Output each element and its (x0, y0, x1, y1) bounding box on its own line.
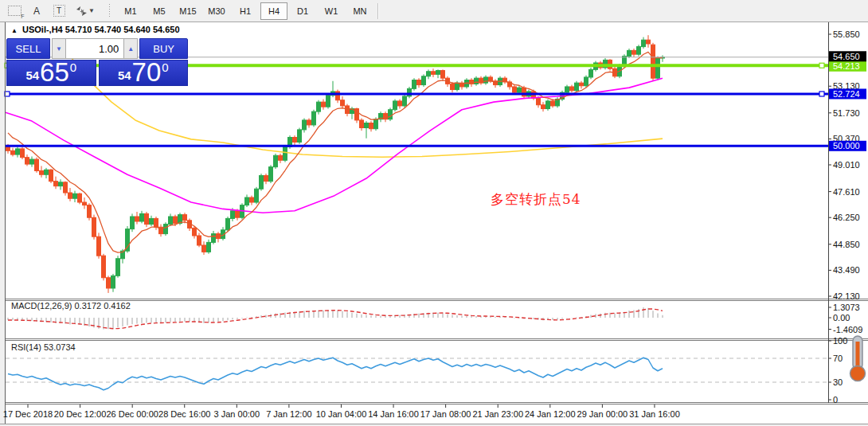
rsi-axis-label: 0 (833, 395, 838, 405)
tf-h4-button[interactable]: H4 (260, 2, 287, 20)
volume-increase-button[interactable]: ▲ (123, 38, 138, 59)
tf-h1-button[interactable]: H1 (232, 2, 259, 20)
arrows-tool-button[interactable]: ▼ (72, 2, 99, 20)
price-axis-label: 49.010 (833, 160, 860, 170)
tf-d1-button[interactable]: D1 (289, 2, 316, 20)
hline-handle[interactable] (819, 92, 824, 96)
chart-ohlc-quote: 54.710 54.740 54.640 54.650 (65, 25, 180, 34)
macd-axis-label: -1.4609 (833, 325, 862, 334)
tf-w1-button[interactable]: W1 (318, 2, 345, 20)
hline-price-label: 54.213 (833, 61, 860, 71)
time-axis-label: 17 Jan 08:00 (420, 409, 471, 419)
macd-axis-label: 0.00 (833, 313, 850, 322)
tf-m5-button[interactable]: M5 (146, 2, 173, 20)
buy-price-whole: 54 (118, 68, 131, 82)
time-axis-label: 20 Dec 12:00 (54, 409, 106, 419)
time-axis-label: 28 Dec 16:00 (158, 409, 210, 419)
buy-price-tile[interactable]: 54 70 0 (99, 60, 189, 86)
hline-handle[interactable] (819, 63, 824, 68)
time-axis-label: 31 Jan 16:00 (629, 409, 680, 419)
window-left-gutter (0, 22, 5, 426)
time-axis-label: 10 Jan 04:00 (316, 409, 367, 419)
rsi-axis-label: 100 (833, 336, 847, 346)
fibo-frame-tool-button[interactable]: F (5, 2, 24, 20)
price-axis-label: 46.250 (833, 213, 860, 222)
font-a-icon: A (33, 6, 40, 17)
rsi-axis-label: 30 (833, 377, 843, 387)
macd-label: MACD(12,26,9) 0.3172 0.4162 (11, 301, 131, 311)
current-price-label: 54.650 (833, 52, 860, 61)
toolbar-separator (377, 3, 379, 19)
time-axis-label: 26 Dec 00:00 (106, 409, 158, 419)
price-axis-label: 51.730 (833, 108, 860, 118)
top-toolbar: F A T ▼ M1 M5 M15 M30 H1 H4 D1 W1 MN (0, 0, 868, 22)
buy-price-pip: 0 (162, 61, 168, 74)
price-axis-label: 47.610 (833, 187, 860, 197)
font-tool-button[interactable]: A (27, 2, 46, 20)
sell-price-tile[interactable]: 54 65 0 (6, 60, 96, 86)
arrows-icon (76, 6, 88, 17)
chart-symbol-label: USOil-,H4 (22, 25, 63, 34)
time-axis-label: 21 Jan 23:00 (472, 409, 523, 419)
price-axis-label: 42.130 (833, 291, 860, 301)
price-axis-label: 55.850 (833, 29, 860, 39)
toolbar-grip[interactable] (108, 4, 111, 18)
timeframe-group: M1 M5 M15 M30 H1 H4 D1 W1 MN (116, 0, 374, 21)
sell-price-main: 65 (40, 61, 69, 84)
rsi-label: RSI(14) 53.0734 (11, 342, 76, 352)
price-axis-label: 44.850 (833, 240, 860, 249)
buy-button[interactable]: BUY (139, 38, 188, 59)
volume-input[interactable]: 1.00 (66, 38, 123, 59)
tf-mn-button[interactable]: MN (346, 2, 373, 20)
tf-m1-button[interactable]: M1 (117, 2, 144, 20)
fibo-frame-icon: F (8, 6, 22, 16)
chevron-down-icon: ▼ (88, 7, 95, 14)
thermometer-icon (847, 335, 868, 383)
tf-m30-button[interactable]: M30 (203, 2, 230, 20)
chart-title: ▲ USOil-,H4 54.710 54.740 54.640 54.650 (11, 25, 180, 34)
volume-decrease-button[interactable]: ▼ (52, 38, 66, 59)
time-axis-label: 14 Jan 16:00 (368, 409, 419, 419)
time-axis-label: 17 Dec 2018 (3, 409, 53, 419)
tf-m15-button[interactable]: M15 (174, 2, 201, 20)
text-tool-button[interactable]: T (49, 2, 68, 20)
sell-button[interactable]: SELL (6, 38, 50, 59)
time-axis-label: 3 Jan 00:00 (214, 409, 260, 419)
hline-price-label: 52.724 (833, 89, 860, 99)
price-axis-label: 43.490 (833, 265, 860, 275)
hline-price-label: 50.000 (833, 141, 860, 150)
time-axis-label: 29 Jan 00:00 (577, 409, 628, 419)
buy-price-main: 70 (132, 61, 162, 84)
rsi-axis-label: 70 (833, 354, 843, 363)
sell-price-whole: 54 (25, 68, 39, 82)
time-axis-label: 24 Jan 12:00 (525, 409, 576, 419)
one-click-trade-panel: SELL ▼ 1.00 ▲ BUY 54 65 0 54 70 0 (6, 38, 188, 86)
chart-up-arrow-icon: ▲ (11, 27, 18, 34)
sell-price-pip: 0 (70, 61, 76, 74)
chart-text-annotation: 多空转折点54 (491, 190, 581, 209)
time-axis-label: 7 Jan 12:00 (266, 409, 312, 419)
macd-axis-label: 1.3073 (833, 303, 860, 312)
text-t-icon: T (53, 5, 65, 17)
